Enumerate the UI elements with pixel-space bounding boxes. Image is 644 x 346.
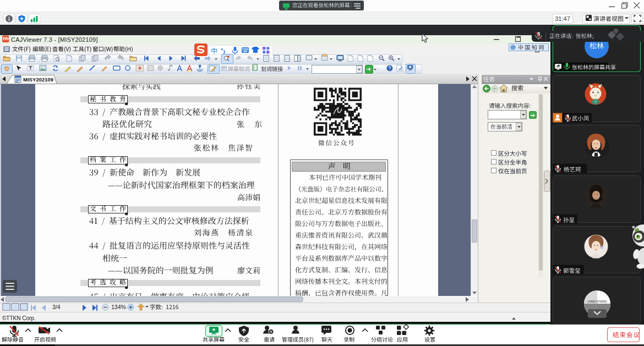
svg-text:UNREGISTERED: UNREGISTERED (587, 300, 608, 303)
